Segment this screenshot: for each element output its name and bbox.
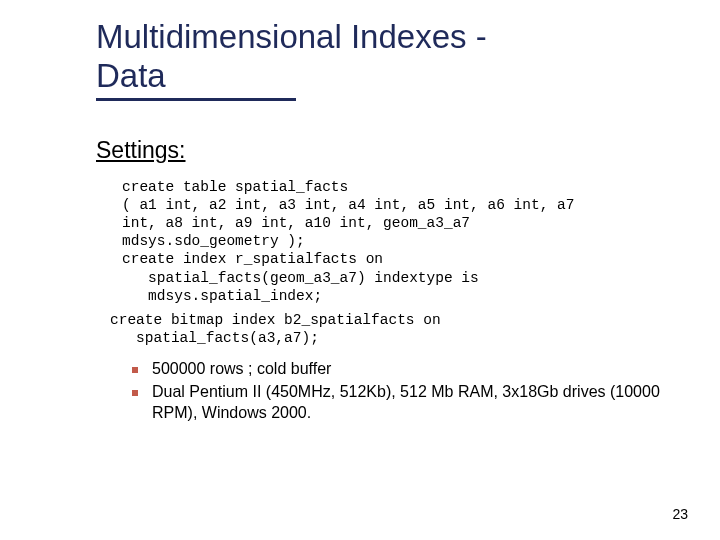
- title-line-1: Multidimensional Indexes -: [96, 18, 487, 55]
- code-block-create-table: create table spatial_facts ( a1 int, a2 …: [122, 178, 666, 305]
- slide-title: Multidimensional Indexes - Data: [96, 18, 666, 96]
- code-block-create-bitmap: create bitmap index b2_spatialfacts on s…: [110, 311, 666, 347]
- bullet-text-1: 500000 rows ; cold buffer: [152, 359, 331, 380]
- bullet-icon: [132, 390, 138, 396]
- bullet-icon: [132, 367, 138, 373]
- page-number: 23: [672, 506, 688, 522]
- bullet-list: 500000 rows ; cold buffer Dual Pentium I…: [132, 359, 666, 423]
- bullet-text-2: Dual Pentium II (450MHz, 512Kb), 512 Mb …: [152, 382, 666, 424]
- title-underline: [96, 98, 296, 101]
- slide: Multidimensional Indexes - Data Settings…: [0, 0, 720, 540]
- title-line-2: Data: [96, 57, 166, 94]
- list-item: 500000 rows ; cold buffer: [132, 359, 666, 380]
- list-item: Dual Pentium II (450MHz, 512Kb), 512 Mb …: [132, 382, 666, 424]
- settings-heading: Settings:: [96, 137, 666, 164]
